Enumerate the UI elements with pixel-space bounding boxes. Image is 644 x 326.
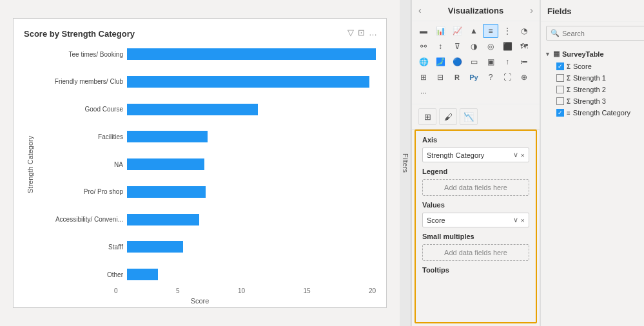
- viz-horiz-bar[interactable]: ≡: [483, 24, 498, 38]
- values-label: Values: [422, 201, 529, 209]
- values-field-name: Score: [427, 216, 445, 224]
- viz-analytics-icon[interactable]: 📉: [460, 108, 478, 125]
- bar-label: Friendly members/ Club: [43, 78, 127, 85]
- tree-field-item[interactable]: Σ Strength 2: [541, 84, 644, 95]
- chart-inner: Strength Category Tee times/ Booking Fri…: [24, 45, 376, 283]
- small-multiples-placeholder[interactable]: Add data fields here: [422, 244, 529, 261]
- viz-bar-chart[interactable]: 📊: [433, 24, 448, 38]
- viz-azure-map[interactable]: 🔵: [449, 55, 465, 69]
- bar-track: [127, 241, 376, 253]
- y-axis-label: Strength Category: [24, 45, 37, 283]
- bar-row[interactable]: NA: [43, 155, 376, 173]
- viz-combo[interactable]: ⚯: [416, 39, 431, 53]
- bar-row[interactable]: Stafff: [43, 238, 376, 256]
- bar-row[interactable]: Accessibility/ Conveni...: [43, 211, 376, 229]
- x-tick: 10: [238, 287, 245, 294]
- viz-stacked-bar[interactable]: ▬: [416, 24, 431, 38]
- viz-funnel[interactable]: ⊽: [449, 39, 465, 53]
- more-icon[interactable]: …: [369, 28, 377, 37]
- bar-fill: [127, 158, 204, 170]
- viz-table[interactable]: ⊞: [416, 70, 431, 84]
- viz-line-chart[interactable]: 📈: [449, 24, 465, 38]
- field-checkbox[interactable]: [556, 86, 564, 93]
- bar-fill: [127, 104, 258, 115]
- field-checkbox[interactable]: ✓: [556, 109, 564, 117]
- chart-title: Score by Strength Category: [24, 29, 376, 39]
- viz-build-icon[interactable]: ⊞: [418, 108, 436, 125]
- field-name: Strength 2: [573, 86, 606, 93]
- viz-gauge[interactable]: ◑: [466, 39, 482, 53]
- viz-qna[interactable]: ?: [483, 70, 498, 84]
- viz-kpi[interactable]: ↑: [500, 55, 515, 69]
- bar-row[interactable]: Pro/ Pro shop: [43, 183, 376, 201]
- bar-track: [127, 104, 376, 115]
- values-field-chip: Score ∨ ×: [422, 213, 529, 227]
- viz-treemap[interactable]: ⬛: [500, 39, 515, 53]
- values-close[interactable]: ×: [521, 216, 525, 224]
- bar-fill: [127, 76, 369, 88]
- axis-chevron[interactable]: ∨: [513, 151, 518, 159]
- viz-decomp[interactable]: ⛶: [500, 70, 515, 84]
- fields-panel: Fields 🔍 ▼ ▦ SurveyTable ✓ Σ Score Σ Str…: [540, 0, 644, 326]
- tree-table-row[interactable]: ▼ ▦ SurveyTable: [541, 47, 644, 61]
- viz-nav-left[interactable]: ‹: [418, 5, 422, 15]
- bar-row[interactable]: Good Course: [43, 101, 376, 119]
- tree-field-item[interactable]: Σ Strength 1: [541, 72, 644, 84]
- tree-field-item[interactable]: Σ Strength 3: [541, 95, 644, 107]
- viz-card[interactable]: ▭: [466, 55, 482, 69]
- bar-label: Accessibility/ Conveni...: [43, 216, 127, 223]
- field-checkbox[interactable]: [556, 74, 564, 82]
- viz-icons-grid: ▬ 📊 📈 ▲ ≡ ⋮ ◔ ⚯ ↕ ⊽ ◑ ◎ ⬛ 🗺 🌐 🗾 🔵: [412, 21, 540, 104]
- viz-slicer[interactable]: ≔: [516, 55, 532, 69]
- viz-format-icon[interactable]: 🖌: [439, 108, 457, 125]
- viz-key-influencers[interactable]: ⊕: [516, 70, 532, 84]
- viz-python[interactable]: Py: [466, 70, 482, 84]
- axis-field-chip: Strength Category ∨ ×: [422, 148, 529, 162]
- sigma-icon: Σ: [567, 86, 571, 93]
- viz-nav-right[interactable]: ›: [530, 5, 533, 15]
- filter-icon[interactable]: ▽: [347, 28, 354, 37]
- focus-icon[interactable]: ⊡: [358, 28, 365, 37]
- viz-filled-map[interactable]: 🗾: [433, 55, 448, 69]
- legend-placeholder[interactable]: Add data fields here: [422, 179, 529, 196]
- filters-tab[interactable]: Filters: [400, 0, 411, 326]
- axis-close[interactable]: ×: [521, 151, 525, 159]
- viz-map[interactable]: 🗺: [516, 39, 532, 53]
- viz-area-chart[interactable]: ▲: [466, 24, 482, 38]
- legend-label: Legend: [422, 168, 529, 175]
- sigma-icon: Σ: [567, 63, 571, 70]
- bar-row[interactable]: Other: [43, 265, 376, 283]
- field-checkbox[interactable]: [556, 97, 564, 105]
- bar-row[interactable]: Tee times/ Booking: [43, 45, 376, 63]
- bar-track: [127, 48, 376, 60]
- viz-panel: ‹ Visualizations › ▬ 📊 📈 ▲ ≡ ⋮ ◔ ⚯ ↕ ⊽ ◑…: [412, 0, 540, 129]
- viz-shape-map[interactable]: 🌐: [416, 55, 431, 69]
- viz-donut[interactable]: ◎: [483, 39, 498, 53]
- viz-multi-card[interactable]: ▣: [483, 55, 498, 69]
- viz-waterfall[interactable]: ↕: [433, 39, 448, 53]
- bar-row[interactable]: Friendly members/ Club: [43, 73, 376, 91]
- bar-label: NA: [43, 161, 127, 168]
- tree-expand-icon: ▼: [545, 51, 551, 57]
- bar-track: [127, 158, 376, 170]
- viz-pie[interactable]: ◔: [516, 24, 532, 38]
- bar-label: Tee times/ Booking: [43, 51, 127, 58]
- bar-row[interactable]: Facilities: [43, 128, 376, 146]
- axis-field-name: Strength Category: [427, 151, 484, 159]
- viz-bottom-icons: ⊞ 🖌 📉: [412, 104, 540, 129]
- search-input[interactable]: [562, 30, 644, 37]
- viz-panel-title: Visualizations: [448, 6, 503, 15]
- x-tick: 5: [176, 287, 180, 294]
- viz-r[interactable]: R: [449, 70, 465, 84]
- bar-label: Good Course: [43, 106, 127, 113]
- values-chevron[interactable]: ∨: [513, 216, 518, 224]
- viz-matrix[interactable]: ⊟: [433, 70, 448, 84]
- tree-field-item[interactable]: ✓ Σ Score: [541, 61, 644, 72]
- table-icon: ▦: [553, 50, 560, 58]
- viz-more[interactable]: ···: [416, 86, 431, 100]
- bar-label: Other: [43, 271, 127, 278]
- viz-scatter[interactable]: ⋮: [500, 24, 515, 38]
- field-checkbox[interactable]: ✓: [556, 62, 564, 70]
- tooltips-label: Tooltips: [422, 266, 529, 274]
- tree-field-item[interactable]: ✓ ≡ Strength Category: [541, 107, 644, 119]
